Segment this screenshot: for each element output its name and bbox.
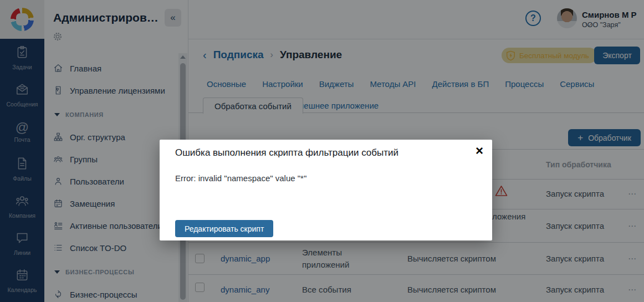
edit-script-button[interactable]: Редактировать скрипт xyxy=(175,220,273,237)
app-root: Задачи Сообщения @ Почта Файлы Компания … xyxy=(0,0,644,302)
modal-title: Ошибка выполнения скрипта фильтрации соб… xyxy=(175,147,398,158)
error-modal: Ошибка выполнения скрипта фильтрации соб… xyxy=(160,140,492,240)
modal-error-text: Error: invalid "namespace" value "*" xyxy=(175,173,306,183)
close-icon[interactable]: × xyxy=(476,144,483,157)
